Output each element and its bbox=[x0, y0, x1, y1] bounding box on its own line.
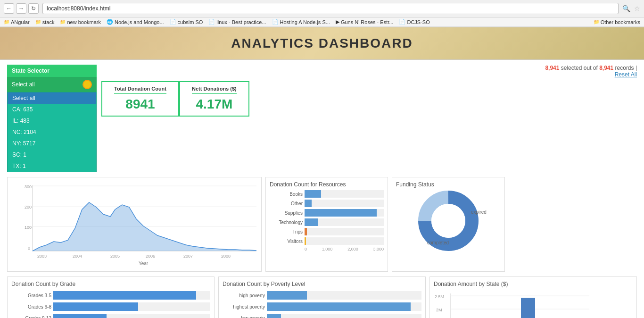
poverty-label: highest poverty bbox=[223, 304, 265, 310]
grade-label: Grades 9-12 bbox=[11, 316, 51, 318]
bookmark-hosting[interactable]: 📄 Hosting A Node.js S... bbox=[272, 19, 330, 25]
svg-text:300: 300 bbox=[25, 184, 32, 189]
bar-label: Visitors bbox=[270, 239, 303, 244]
svg-text:2003: 2003 bbox=[37, 254, 47, 259]
bookmark-guns[interactable]: ▶ Guns N' Roses - Estr... bbox=[336, 19, 394, 25]
url-text: localhost:8080/index.html bbox=[47, 5, 110, 12]
state-selector-input[interactable]: Select all bbox=[7, 77, 97, 92]
poverty-label: low poverty bbox=[223, 316, 265, 318]
address-bar[interactable]: localhost:8080/index.html bbox=[42, 3, 619, 14]
bookmark-nodejs-mongo[interactable]: 🌐 Node.js and Mongo... bbox=[107, 19, 164, 25]
bar-row-technology: Technology bbox=[270, 218, 384, 226]
bookmark-linux[interactable]: 📄 linux - Best practice... bbox=[208, 19, 266, 25]
poverty-bar-container bbox=[267, 314, 421, 318]
state-option-ny[interactable]: NY: 5717 bbox=[8, 138, 96, 149]
poverty-bar-fill bbox=[267, 291, 307, 300]
svg-text:expired: expired bbox=[471, 209, 487, 215]
bar-container bbox=[305, 218, 384, 226]
svg-text:200: 200 bbox=[25, 205, 32, 209]
browser-chrome: ← → ↻ localhost:8080/index.html 🔍 ☆ 📁 AN… bbox=[0, 0, 644, 27]
back-button[interactable]: ← bbox=[4, 3, 14, 14]
poverty-bar-row: low poverty bbox=[223, 314, 421, 318]
grade-bar-fill bbox=[53, 314, 107, 318]
bar-ny bbox=[521, 298, 535, 318]
bottom-row: Donation Count by Grade Grades 3-5 Grade… bbox=[7, 276, 637, 318]
donut-svg: expired completed bbox=[401, 188, 495, 254]
poverty-chart: Donation Count by Poverty Level high pov… bbox=[218, 276, 426, 318]
bar-label: Supplies bbox=[270, 210, 303, 216]
svg-text:0: 0 bbox=[28, 246, 30, 251]
grade-chart: Donation Count by Grade Grades 3-5 Grade… bbox=[7, 276, 215, 318]
bookmark-cubsim[interactable]: 📄 cubsim SO bbox=[170, 19, 203, 25]
state-amount-svg: 2.5M 2M 1.5M 1M 500k 0 bbox=[434, 291, 594, 318]
bar-row-trips: Trips bbox=[270, 228, 384, 235]
bar-fill bbox=[305, 209, 377, 217]
state-option-nc[interactable]: NC: 2104 bbox=[8, 126, 96, 138]
bar-axis: 0 1,000 2,000 3,000 bbox=[270, 247, 384, 251]
forward-button[interactable]: → bbox=[16, 3, 26, 14]
bar-row-supplies: Supplies bbox=[270, 209, 384, 217]
grade-bar-fill bbox=[53, 291, 196, 300]
grade-bar-container bbox=[53, 291, 210, 300]
bookmark-angular[interactable]: 📁 ANgular bbox=[4, 19, 30, 25]
bookmark-dcjs[interactable]: 📄 DCJS-SO bbox=[399, 19, 429, 25]
bar-row-visitors: Visitors bbox=[270, 237, 384, 245]
timeline-svg: 300 200 100 0 200 bbox=[11, 181, 261, 266]
bar-fill bbox=[305, 190, 321, 198]
state-option-select-all[interactable]: Select all bbox=[8, 92, 96, 104]
state-option-tx[interactable]: TX: 1 bbox=[8, 160, 96, 172]
browser-toolbar: ← → ↻ localhost:8080/index.html 🔍 ☆ bbox=[0, 0, 644, 17]
svg-text:2M: 2M bbox=[436, 308, 442, 312]
state-amount-chart: Donation Amount by State ($) 2.5M 2M 1.5… bbox=[429, 276, 637, 318]
refresh-button[interactable]: ↻ bbox=[28, 3, 39, 14]
folder-icon: 📁 bbox=[4, 19, 9, 25]
poverty-bars: high poverty highest poverty low poverty bbox=[223, 291, 421, 318]
reset-all-link[interactable]: Reset All bbox=[615, 71, 637, 78]
grade-bars: Grades 3-5 Grades 6-8 Grades 9-12 bbox=[11, 291, 210, 318]
selected-count: 8,941 bbox=[545, 65, 559, 71]
bar-container bbox=[305, 228, 384, 235]
bookmark-other[interactable]: 📁 Other bookmarks bbox=[594, 19, 640, 25]
bar-fill-orange bbox=[305, 228, 307, 235]
state-option-il[interactable]: IL: 483 bbox=[8, 115, 96, 126]
bar-container bbox=[305, 200, 384, 207]
state-option-ca[interactable]: CA: 635 bbox=[8, 104, 96, 115]
grade-label: Grades 3-5 bbox=[11, 293, 51, 298]
folder-icon: 📁 bbox=[60, 19, 66, 25]
svg-text:Year: Year bbox=[139, 261, 149, 266]
bookmark-stack[interactable]: 📁 stack bbox=[35, 19, 55, 25]
bookmarks-bar: 📁 ANgular 📁 stack 📁 new bookmark 🌐 Node.… bbox=[0, 17, 644, 27]
charts-row-1: 300 200 100 0 200 bbox=[7, 177, 637, 272]
grade-bar-row: Grades 6-8 bbox=[11, 302, 210, 311]
state-option-sc[interactable]: SC: 1 bbox=[8, 149, 96, 160]
folder-icon: 📁 bbox=[594, 19, 599, 25]
dashboard: State Selector Select all Select all CA:… bbox=[0, 60, 644, 318]
bar-label: Books bbox=[270, 192, 303, 197]
funding-chart-title: Funding Status bbox=[396, 181, 501, 188]
svg-text:2008: 2008 bbox=[221, 254, 231, 259]
poverty-bar-row: high poverty bbox=[223, 291, 421, 300]
search-button[interactable]: 🔍 bbox=[622, 5, 630, 12]
state-dropdown: Select all CA: 635 IL: 483 NC: 2104 NY: … bbox=[7, 92, 97, 172]
bar-fill-yellow bbox=[305, 237, 306, 245]
bar-fill bbox=[305, 218, 318, 226]
bookmark-new[interactable]: 📁 new bookmark bbox=[60, 19, 101, 25]
folder-icon: 📁 bbox=[35, 19, 41, 25]
state-selector-header: State Selector bbox=[7, 65, 97, 77]
grade-chart-title: Donation Count by Grade bbox=[11, 281, 210, 287]
bookmark-star[interactable]: ☆ bbox=[634, 5, 640, 12]
kpi-total-donation-label: Total Donation Count bbox=[114, 86, 166, 94]
svg-text:completed: completed bbox=[427, 240, 449, 245]
svg-text:2005: 2005 bbox=[110, 254, 120, 259]
poverty-bar-fill bbox=[267, 314, 281, 318]
poverty-bar-fill bbox=[267, 302, 411, 311]
svg-text:2007: 2007 bbox=[183, 254, 193, 259]
bar-container bbox=[305, 190, 384, 198]
svg-text:2004: 2004 bbox=[73, 254, 82, 259]
kpi-total-donation-value: 8941 bbox=[114, 97, 166, 112]
page-title: ANALYTICS DASHBOARD bbox=[8, 36, 636, 51]
state-selector-circle-button[interactable] bbox=[83, 80, 92, 89]
svg-text:2.5M: 2.5M bbox=[435, 294, 444, 299]
bar-row-other: Other bbox=[270, 200, 384, 207]
resources-chart-title: Donation Count for Resources bbox=[270, 181, 384, 188]
